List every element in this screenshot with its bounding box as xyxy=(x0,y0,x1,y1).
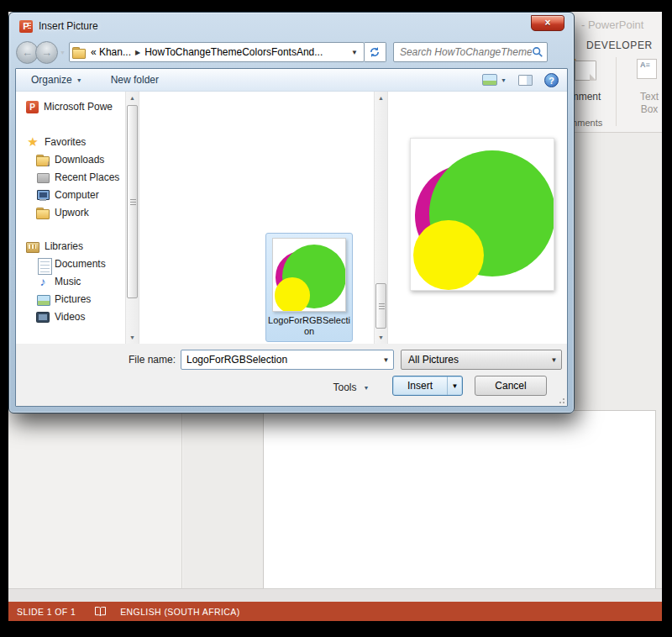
horizontal-scroll-strip[interactable] xyxy=(8,588,662,602)
sidebar-item-computer[interactable]: Computer xyxy=(36,187,99,203)
ribbon-group-divider xyxy=(616,57,617,126)
yellow-circle xyxy=(275,277,310,312)
music-note-icon: ♪ xyxy=(36,275,50,288)
breadcrumb-folder[interactable]: HowToChangeThemeColorsFontsAnd... xyxy=(144,46,323,58)
insert-button[interactable]: Insert ▼ xyxy=(392,376,463,396)
search-icon[interactable] xyxy=(532,46,543,58)
document-icon xyxy=(36,257,50,271)
star-icon: ★ xyxy=(26,135,39,149)
scroll-down-icon[interactable]: ▼ xyxy=(126,331,139,344)
close-button[interactable]: × xyxy=(531,15,564,31)
preview-image xyxy=(410,138,554,291)
computer-icon xyxy=(36,188,50,202)
resize-grip[interactable] xyxy=(556,395,564,403)
chevron-down-icon: ▼ xyxy=(501,77,507,83)
help-icon[interactable]: ? xyxy=(544,73,559,87)
file-name-label: LogoForRGBSelection xyxy=(268,315,350,337)
address-dropdown-icon[interactable]: ▼ xyxy=(348,49,361,56)
slide-count: SLIDE 1 OF 1 xyxy=(17,607,76,617)
file-list[interactable]: LogoForRGBSelection xyxy=(139,92,374,344)
sidebar-scrollbar[interactable]: ▲ ▼ xyxy=(125,92,139,344)
search-input[interactable] xyxy=(400,46,532,58)
scroll-down-icon[interactable]: ▼ xyxy=(375,331,387,344)
scroll-up-icon[interactable]: ▲ xyxy=(375,92,387,104)
forward-button[interactable]: → xyxy=(35,41,58,64)
sidebar-item-favorites[interactable]: ★ Favorites xyxy=(26,134,86,150)
recent-places-icon xyxy=(36,171,50,184)
chevron-down-icon: ▼ xyxy=(364,385,370,391)
scroll-up-icon[interactable]: ▲ xyxy=(126,92,139,104)
file-thumbnail xyxy=(272,238,346,312)
sidebar-item-recent-places[interactable]: Recent Places xyxy=(36,169,119,186)
tab-developer[interactable]: DEVELOPER xyxy=(586,39,653,51)
recent-pages-chevron-icon[interactable]: ▼ xyxy=(60,50,66,55)
sidebar-item-libraries[interactable]: Libraries xyxy=(26,238,83,255)
powerpoint-app-icon: P xyxy=(19,20,33,33)
combo-dropdown-icon: ▼ xyxy=(547,356,561,364)
search-box xyxy=(393,42,548,62)
filelist-scrollbar[interactable]: ▲ ▼ xyxy=(374,92,388,344)
file-item-selected[interactable]: LogoForRGBSelection xyxy=(265,233,353,342)
navigation-pane: P Microsoft Powe ★ Favorites ↓ Downloads… xyxy=(16,92,125,344)
command-bar: Organize ▼ New folder ▼ ? xyxy=(16,69,567,92)
views-button[interactable]: ▼ xyxy=(482,74,507,86)
powerpoint-icon: P xyxy=(26,101,39,113)
preview-pane-toggle[interactable] xyxy=(518,75,533,86)
folder-icon xyxy=(36,206,50,219)
dialog-title: Insert Picture xyxy=(39,20,98,32)
refresh-button[interactable] xyxy=(365,42,386,62)
address-bar[interactable]: « Khan... ▶ HowToChangeThemeColorsFontsA… xyxy=(69,42,365,62)
sidebar-item-microsoft-powerpoint[interactable]: P Microsoft Powe xyxy=(26,98,113,115)
text-box-button[interactable]: Text Box xyxy=(632,91,662,116)
cancel-button[interactable]: Cancel xyxy=(475,376,547,396)
proofing-book-icon[interactable] xyxy=(94,606,107,617)
pictures-icon xyxy=(36,292,50,306)
combo-dropdown-icon[interactable]: ▼ xyxy=(379,356,393,364)
navigation-bar: ← → ▼ « Khan... ▶ HowToChangeThemeColors… xyxy=(16,39,569,65)
folder-icon xyxy=(72,45,86,59)
preview-pane xyxy=(388,92,567,344)
file-name-combobox: ▼ xyxy=(181,350,394,370)
sidebar-item-videos[interactable]: Videos xyxy=(36,308,85,325)
scrollbar-thumb[interactable] xyxy=(127,105,138,298)
breadcrumb-separator-icon: ▶ xyxy=(135,49,140,56)
downloads-folder-icon: ↓ xyxy=(36,153,50,166)
sidebar-item-music[interactable]: ♪ Music xyxy=(36,273,81,290)
tools-menu[interactable]: Tools ▼ xyxy=(325,378,377,397)
dialog-footer: File name: ▼ All Pictures ▼ Tools ▼ Inse… xyxy=(16,344,567,406)
status-language[interactable]: ENGLISH (SOUTH AFRICA) xyxy=(120,607,239,617)
browser-content: P Microsoft Powe ★ Favorites ↓ Downloads… xyxy=(16,92,567,344)
dialog-titlebar[interactable]: P Insert Picture xyxy=(19,17,98,35)
insert-picture-dialog: P Insert Picture × ← → ▼ « Khan... ▶ How… xyxy=(8,12,575,413)
sidebar-item-pictures[interactable]: Pictures xyxy=(36,291,91,308)
insert-split-dropdown-icon[interactable]: ▼ xyxy=(447,376,462,395)
chevron-down-icon: ▼ xyxy=(76,77,82,83)
file-name-input[interactable] xyxy=(181,354,379,366)
libraries-icon xyxy=(26,240,39,253)
sidebar-item-upwork[interactable]: Upwork xyxy=(36,204,89,221)
breadcrumb-root[interactable]: « Khan... xyxy=(91,46,131,58)
new-folder-button[interactable]: New folder xyxy=(111,74,159,86)
powerpoint-title: - PowerPoint xyxy=(581,18,643,31)
views-icon xyxy=(482,74,497,86)
sidebar-item-downloads[interactable]: ↓ Downloads xyxy=(36,151,104,168)
file-type-select[interactable]: All Pictures ▼ xyxy=(401,350,562,370)
sidebar-item-documents[interactable]: Documents xyxy=(36,255,106,272)
file-name-field-label: File name: xyxy=(117,354,176,366)
yellow-circle xyxy=(413,220,483,290)
videos-icon xyxy=(36,310,50,324)
text-box-icon: A≡ xyxy=(637,59,657,79)
dialog-client-area: Organize ▼ New folder ▼ ? P Microsoft Po… xyxy=(15,68,568,407)
organize-menu[interactable]: Organize ▼ xyxy=(31,74,82,86)
status-bar: SLIDE 1 OF 1 ENGLISH (SOUTH AFRICA) xyxy=(8,602,662,621)
scrollbar-thumb[interactable] xyxy=(375,283,386,329)
